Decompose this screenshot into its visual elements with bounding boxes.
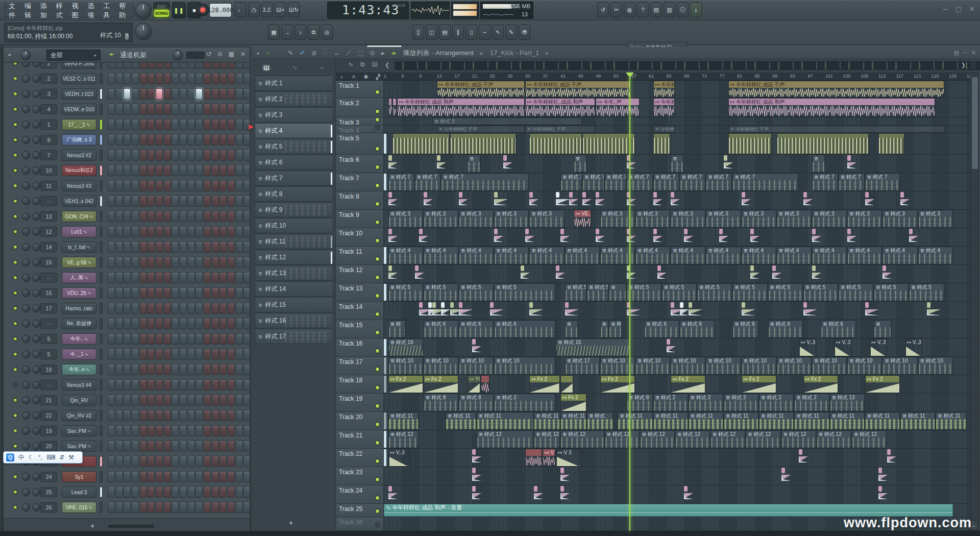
step-cell[interactable] <box>140 395 147 406</box>
clip-start-sliver[interactable] <box>384 431 386 448</box>
playlist-clip[interactable]: ≣ 样式 12 <box>477 430 533 448</box>
playlist-clip[interactable]: ≣ <box>468 155 480 173</box>
playlist-clip[interactable]: ≣ 样式 7 <box>582 173 604 191</box>
step-cell[interactable] <box>243 165 250 176</box>
step-cell[interactable] <box>172 104 179 115</box>
ime-lang-icon[interactable]: 中 <box>18 453 24 462</box>
step-cell[interactable] <box>108 333 115 345</box>
step-cell[interactable] <box>212 180 219 191</box>
step-cell[interactable] <box>204 104 211 115</box>
playlist-clip[interactable]: ≣ 样式 3 <box>459 210 494 228</box>
playlist-clip[interactable]: ↦ Fx 2 <box>865 375 900 393</box>
playhead-marker-icon[interactable] <box>626 72 634 78</box>
track-options-dots[interactable]: ∙∙∙ <box>340 167 347 172</box>
track-mute-led[interactable] <box>375 220 380 225</box>
playlist-clip[interactable]: ↦ 今年样样红 成品 干声 <box>728 81 944 98</box>
step-cell[interactable] <box>195 196 203 207</box>
playlist-clip[interactable]: ≣ 样式 8 <box>459 394 494 411</box>
channel-pan-knob[interactable] <box>22 120 30 129</box>
step-cell[interactable] <box>156 73 163 84</box>
step-cell[interactable] <box>243 287 250 299</box>
step-cell[interactable] <box>188 395 195 406</box>
step-cell[interactable] <box>212 410 219 421</box>
playlist-clip[interactable]: ≣ 样式 9 <box>432 117 582 125</box>
info-icon[interactable]: ⓘ <box>677 2 689 17</box>
track-mute-led[interactable] <box>375 117 380 123</box>
step-cell[interactable] <box>204 272 211 283</box>
step-cell[interactable] <box>204 303 211 314</box>
playlist-clip[interactable]: ≣ <box>565 320 578 338</box>
step-cell[interactable] <box>108 88 115 100</box>
step-cell[interactable] <box>156 410 163 421</box>
channel-led[interactable] <box>13 382 18 387</box>
blend-notes-icon[interactable]: Ш+ <box>275 2 286 17</box>
step-cell[interactable] <box>108 104 115 115</box>
mini-audio-clip[interactable] <box>490 302 504 320</box>
playlist-clip[interactable] <box>450 133 516 154</box>
mini-audio-clip[interactable] <box>627 265 637 283</box>
step-cell[interactable] <box>212 486 219 498</box>
playlist-clip[interactable]: ≣ 样式 11 <box>936 412 966 430</box>
track-mute-led[interactable] <box>375 440 380 446</box>
channel-number[interactable]: 3 <box>40 89 57 99</box>
step-cell[interactable] <box>180 165 187 176</box>
step-cell[interactable] <box>212 165 219 176</box>
step-cell[interactable] <box>212 425 219 436</box>
playlist-clip[interactable]: ↦ Fx 2 <box>803 375 838 393</box>
playlist-clip[interactable]: ≣ 样式 4 <box>424 247 458 264</box>
step-cell[interactable] <box>188 287 195 299</box>
step-cell[interactable] <box>156 425 163 436</box>
channel-volume-knob[interactable] <box>32 381 40 389</box>
step-cell[interactable] <box>228 349 235 360</box>
channel-button[interactable]: VDU..25 ∿ <box>62 287 96 299</box>
step-cell[interactable] <box>180 364 187 375</box>
graph-editor-icon[interactable]: ılı <box>217 51 222 58</box>
pattern-item[interactable]: ≣样式 10 <box>255 218 333 233</box>
track-mute-led[interactable] <box>375 275 380 280</box>
step-cell[interactable] <box>180 272 187 283</box>
step-cell[interactable] <box>228 333 235 345</box>
playlist-clip[interactable]: ≣ 样式 3 <box>388 210 423 228</box>
channel-pan-knob[interactable] <box>22 105 30 113</box>
step-cell[interactable] <box>132 287 139 299</box>
playlist-clip[interactable]: ≣ 样式 7 <box>680 173 706 191</box>
step-cell[interactable] <box>195 486 203 498</box>
track-options-dots[interactable]: ∙∙∙ <box>340 351 347 355</box>
step-cell[interactable] <box>172 180 179 191</box>
mini-audio-clip[interactable] <box>596 191 606 209</box>
step-cell[interactable] <box>243 425 250 436</box>
channel-volume-knob[interactable] <box>32 258 40 266</box>
track-lane[interactable] <box>384 228 971 247</box>
step-cell[interactable] <box>180 119 187 130</box>
step-cell[interactable] <box>243 349 250 360</box>
step-cell[interactable] <box>108 134 115 145</box>
playlist-clip[interactable]: ≣ 样式 6 <box>494 320 555 338</box>
step-cell[interactable] <box>164 486 171 498</box>
step-cell[interactable] <box>243 241 250 253</box>
channel-button[interactable]: VEH3..s 042 <box>62 196 96 207</box>
track-mute-led[interactable] <box>375 146 380 152</box>
channel-volume-knob[interactable] <box>32 335 40 343</box>
channel-pan-knob[interactable] <box>22 182 30 190</box>
pattern-item[interactable]: ≣样式 14 <box>255 281 333 297</box>
step-cell[interactable] <box>116 241 123 253</box>
playlist-clip[interactable]: ≣ 样式 11 <box>618 412 652 430</box>
step-cell[interactable] <box>219 134 227 145</box>
menu-item-文件[interactable]: 文件 <box>9 2 19 20</box>
bpm-display[interactable]: 128.000 <box>209 3 232 17</box>
step-cell[interactable] <box>188 63 195 69</box>
menu-item-选项[interactable]: 选项 <box>87 2 97 20</box>
channel-volume-knob[interactable] <box>32 503 40 511</box>
step-cell[interactable] <box>140 272 147 283</box>
step-cell[interactable] <box>212 272 219 283</box>
track-mute-led[interactable] <box>375 238 380 243</box>
track-mute-led[interactable] <box>375 367 380 372</box>
mini-audio-clip[interactable] <box>388 485 399 503</box>
channel-pan-knob[interactable] <box>22 166 30 175</box>
step-cell[interactable] <box>195 364 203 375</box>
step-cell[interactable] <box>108 318 115 329</box>
step-cell[interactable] <box>156 134 163 145</box>
channel-number[interactable]: 11 <box>40 181 57 191</box>
step-cell[interactable] <box>195 241 203 253</box>
track-mute-led[interactable] <box>375 403 380 409</box>
